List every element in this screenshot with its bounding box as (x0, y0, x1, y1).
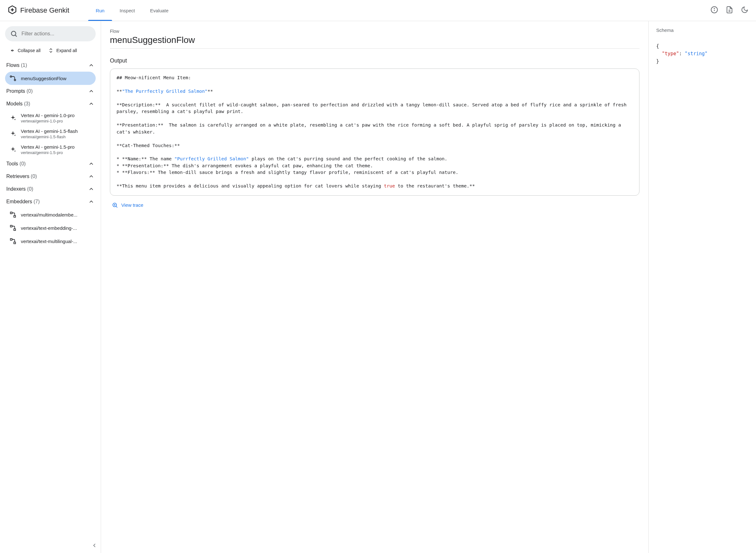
expand-icon (48, 48, 54, 53)
sidebar-item-flow-menusuggestion[interactable]: menuSuggestionFlow (5, 72, 96, 85)
embedder-icon (9, 224, 16, 231)
filter-input[interactable] (21, 31, 91, 36)
flow-icon (9, 75, 16, 82)
svg-rect-11 (14, 216, 16, 218)
chevron-up-icon (88, 62, 94, 69)
main-panel: Flow menuSuggestionFlow Output ## Meow-n… (101, 21, 649, 553)
svg-line-7 (15, 35, 17, 37)
header-icons (710, 6, 748, 15)
expand-all-button[interactable]: Expand all (48, 48, 77, 53)
schema-label: Schema (656, 27, 748, 33)
logo-text: Firebase Genkit (20, 6, 69, 14)
schema-panel: Schema { "type": "string" } (649, 21, 756, 553)
sidebar-item-model-gemini15pro[interactable]: Vertex AI - gemini-1.5-provertexai/gemin… (5, 142, 96, 158)
section-prompts[interactable]: Prompts (0) (5, 85, 96, 97)
svg-point-8 (10, 76, 12, 77)
svg-point-9 (14, 79, 16, 81)
sparkle-icon (9, 130, 16, 137)
svg-line-19 (116, 206, 118, 208)
sparkle-icon (9, 146, 16, 153)
collapse-icon (9, 48, 15, 53)
filter-box[interactable] (5, 26, 96, 42)
svg-point-6 (11, 31, 16, 36)
section-models[interactable]: Models (3) (5, 97, 96, 110)
chevron-up-icon (88, 101, 94, 107)
chevron-up-icon (88, 186, 94, 192)
logo-icon (8, 5, 17, 16)
svg-rect-13 (14, 229, 16, 231)
search-icon (10, 30, 18, 37)
tab-inspect[interactable]: Inspect (112, 0, 142, 21)
embedder-icon (9, 211, 16, 218)
docs-icon[interactable] (726, 6, 733, 15)
sidebar-item-embedder-multilingual[interactable]: vertexai/text-multilingual-... (5, 235, 96, 248)
section-retrievers[interactable]: Retrievers (0) (5, 170, 96, 183)
flow-title: menuSuggestionFlow (110, 35, 639, 49)
sidebar-item-model-gemini10pro[interactable]: Vertex AI - gemini-1.0-provertexai/gemin… (5, 110, 96, 126)
theme-icon[interactable] (741, 6, 748, 15)
chevron-up-icon (88, 173, 94, 180)
schema-body: { "type": "string" } (656, 42, 748, 65)
svg-point-3 (714, 8, 714, 9)
sidebar-item-embedder-textembedding[interactable]: vertexai/text-embedding-... (5, 221, 96, 235)
sidebar: Collapse all Expand all Flows (1) menuSu… (0, 21, 101, 553)
chevron-up-icon (88, 161, 94, 167)
logo-section: Firebase Genkit (8, 5, 69, 16)
tab-run[interactable]: Run (88, 0, 112, 21)
svg-rect-12 (10, 225, 12, 227)
chevron-up-icon (88, 88, 94, 94)
sidebar-item-model-gemini15flash[interactable]: Vertex AI - gemini-1.5-flashvertexai/gem… (5, 126, 96, 142)
nav-tabs: Run Inspect Evaluate (88, 0, 176, 21)
sparkle-icon (9, 114, 16, 122)
header: Firebase Genkit Run Inspect Evaluate (0, 0, 756, 21)
svg-rect-15 (14, 242, 16, 244)
collapse-all-button[interactable]: Collapse all (9, 48, 41, 53)
breadcrumb: Flow (110, 29, 639, 34)
svg-rect-10 (10, 212, 12, 214)
section-flows[interactable]: Flows (1) (5, 59, 96, 72)
trace-icon (112, 202, 118, 208)
svg-rect-14 (10, 239, 12, 241)
sidebar-collapse-handle[interactable] (91, 542, 97, 550)
section-tools[interactable]: Tools (0) (5, 158, 96, 170)
output-box: ## Meow-nificent Menu Item: **"The Purrf… (110, 69, 639, 196)
embedder-icon (9, 238, 16, 245)
tab-evaluate[interactable]: Evaluate (142, 0, 176, 21)
sidebar-item-embedder-multimodal[interactable]: vertexai/multimodalembe... (5, 208, 96, 221)
chevron-left-icon (91, 542, 97, 549)
section-indexers[interactable]: Indexers (0) (5, 183, 96, 195)
info-icon[interactable] (710, 6, 718, 15)
output-label: Output (110, 58, 639, 64)
section-embedders[interactable]: Embedders (7) (5, 195, 96, 208)
chevron-up-icon (88, 199, 94, 205)
view-trace-button[interactable]: View trace (110, 202, 639, 208)
